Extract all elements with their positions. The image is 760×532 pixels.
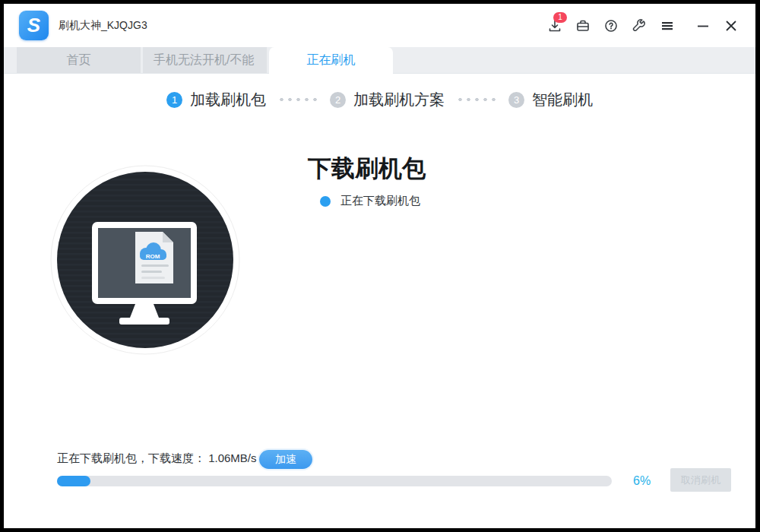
step-dots-separator [276, 94, 320, 105]
task-status-dot [320, 196, 331, 207]
step-3-label: 智能刷机 [532, 90, 593, 110]
step-1: 1 加载刷机包 [166, 90, 266, 110]
rom-cloud-label: ROM [146, 253, 160, 260]
current-task-row: 正在下载刷机包 [320, 194, 420, 208]
step-3-circle: 3 [508, 92, 524, 108]
download-icon[interactable]: 1 [546, 17, 564, 35]
app-logo-icon: S [19, 11, 49, 40]
step-2-label: 加载刷机方案 [353, 90, 445, 110]
titlebar-icons: 1 [546, 4, 740, 47]
step-1-label: 加载刷机包 [190, 90, 266, 110]
step-dots-separator [454, 94, 499, 105]
step-indicator: 1 加载刷机包 2 加载刷机方案 3 智能刷机 [4, 84, 755, 115]
tab-flashing-active[interactable]: 正在刷机 [269, 47, 393, 74]
tab-home[interactable]: 首页 [17, 47, 141, 73]
task-status-text: 正在下载刷机包 [340, 194, 420, 208]
toolbox-icon[interactable] [574, 17, 592, 35]
help-icon[interactable] [602, 17, 620, 35]
step-3: 3 智能刷机 [508, 90, 593, 110]
progress-fill [57, 476, 90, 486]
close-icon[interactable] [722, 17, 740, 35]
app-window: S 刷机大神_KJQJG3 1 [4, 4, 755, 528]
boost-button[interactable]: 加速 [259, 450, 312, 469]
menu-icon[interactable] [658, 17, 676, 35]
download-status-text: 正在下载刷机包，下载速度： 1.06MB/s [57, 451, 257, 466]
step-1-circle: 1 [166, 92, 182, 108]
tabbar: 首页 手机无法开机/不能 正在刷机 [4, 47, 755, 74]
progress-percent-label: 6% [633, 474, 651, 488]
titlebar: S 刷机大神_KJQJG3 1 [4, 4, 755, 47]
progress-bar [57, 476, 612, 486]
download-badge: 1 [553, 12, 567, 23]
minimize-icon[interactable] [694, 17, 712, 35]
step-2-circle: 2 [330, 92, 346, 108]
app-logo-letter: S [27, 15, 40, 35]
download-illustration: ROM [50, 165, 240, 355]
wrench-icon[interactable] [630, 17, 648, 35]
tab-phone-cant-boot[interactable]: 手机无法开机/不能 [143, 47, 267, 73]
app-title: 刷机大神_KJQJG3 [59, 4, 147, 47]
page-title: 下载刷机包 [308, 153, 426, 185]
monitor-base [119, 318, 169, 325]
step-2: 2 加载刷机方案 [330, 90, 445, 110]
cancel-flash-button[interactable]: 取消刷机 [670, 468, 731, 492]
